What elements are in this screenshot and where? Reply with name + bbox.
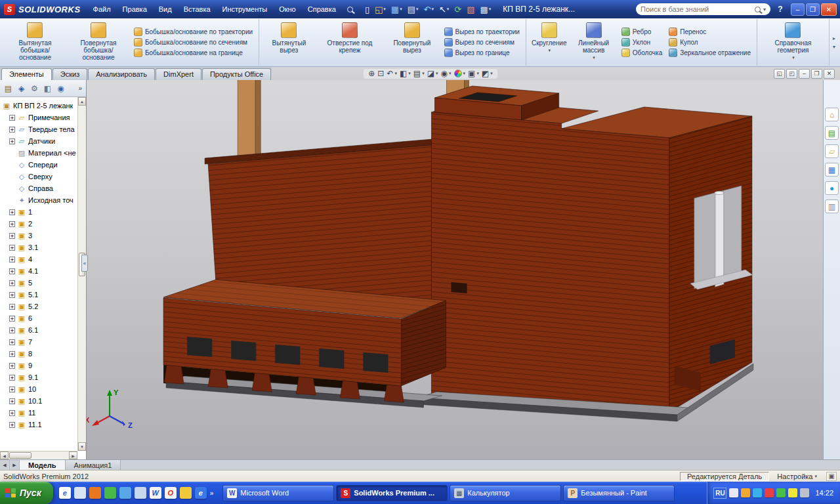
opera-icon[interactable]: O: [165, 487, 177, 499]
tree-item-23[interactable]: +▣9.1: [2, 371, 77, 383]
expand-icon[interactable]: +: [9, 387, 15, 392]
search-input[interactable]: [640, 5, 752, 13]
move-face-button[interactable]: Перенос: [669, 28, 751, 36]
undo-button[interactable]: ↶▾: [421, 2, 435, 16]
tree-item-26[interactable]: +▣11: [2, 407, 77, 419]
messenger-tray-icon[interactable]: [753, 488, 762, 497]
save-button[interactable]: ▦▾: [389, 2, 404, 16]
tree-item-21[interactable]: +▣8: [2, 348, 77, 360]
command-search-icon[interactable]: [342, 7, 358, 12]
expand-icon[interactable]: +: [9, 127, 15, 133]
tree-item-8[interactable]: ⌖Исходная точ: [2, 194, 77, 206]
tree-item-12[interactable]: +▣3.1: [2, 242, 77, 253]
reference-geometry-button[interactable]: Справочная геометрия▾: [760, 20, 826, 65]
zoom-fit-button[interactable]: ⊕: [368, 70, 375, 78]
tree-item-22[interactable]: +▣9: [2, 360, 77, 371]
restore-doc-button[interactable]: ❐: [811, 69, 822, 79]
previous-window-icon[interactable]: ◱: [774, 69, 785, 79]
hole-wizard-button[interactable]: Отверстие под крепеж: [316, 20, 384, 65]
expand-icon[interactable]: +: [9, 138, 15, 144]
view-orientation-button[interactable]: ▤▾: [413, 70, 425, 78]
tree-horizontal-scrollbar[interactable]: ◀ ▶: [0, 451, 77, 459]
graphics-viewport[interactable]: Y X Z: [87, 80, 823, 459]
extruded-cut-button[interactable]: Вытянутый вырез: [262, 20, 316, 65]
open-button[interactable]: ◱▾: [373, 2, 388, 16]
edit-appearance-button[interactable]: ▾: [454, 70, 466, 77]
minimize-button[interactable]: –: [791, 3, 805, 16]
tree-root-item[interactable]: ▣КП ВП 2-5 лежанк: [2, 100, 77, 112]
tree-item-27[interactable]: +▣11.1: [2, 419, 77, 430]
menu-edit[interactable]: Правка: [117, 0, 153, 18]
model-tabs-scroll-right-icon[interactable]: ▶: [10, 460, 20, 470]
revolved-cut-button[interactable]: Повернутый вырез: [383, 20, 440, 65]
start-button[interactable]: Пуск: [0, 482, 53, 504]
display-style-button[interactable]: ◪▾: [427, 70, 438, 78]
expand-icon[interactable]: +: [9, 209, 15, 215]
model-tabs-scroll-left-icon[interactable]: ◀: [0, 460, 10, 470]
expand-icon[interactable]: +: [9, 398, 15, 404]
tab-office-products[interactable]: Продукты Office: [202, 68, 271, 80]
scroll-right-icon[interactable]: ▶: [69, 452, 77, 459]
file-explorer-tab[interactable]: ▱: [825, 144, 839, 158]
scroll-down-icon[interactable]: ▼: [78, 442, 86, 451]
custom-properties-tab[interactable]: ▥: [825, 200, 839, 213]
tree-item-18[interactable]: +▣6: [2, 312, 77, 324]
taskbar-button-word[interactable]: WMicrosoft Word: [222, 485, 334, 501]
tree-tabs-overflow-icon[interactable]: »: [76, 85, 84, 92]
update-tray-icon[interactable]: [741, 488, 750, 497]
appearances-scenes-tab[interactable]: ●: [825, 181, 839, 195]
expand-icon[interactable]: +: [9, 280, 15, 286]
hide-show-items-button[interactable]: ◉▾: [441, 70, 452, 78]
tree-item-13[interactable]: +▣4: [2, 253, 77, 265]
tree-item-16[interactable]: +▣5.1: [2, 289, 77, 301]
expand-icon[interactable]: +: [9, 327, 15, 333]
panel-collapse-handle[interactable]: «: [81, 255, 88, 272]
tree-item-6[interactable]: ◇Сверху: [2, 171, 77, 182]
taskbar-button-solidworks[interactable]: SSolidWorks Premium ...: [336, 485, 448, 501]
expand-icon[interactable]: +: [9, 304, 15, 310]
select-button[interactable]: ↖▾: [437, 2, 451, 16]
extruded-boss-base-button[interactable]: Вытянутая бобышка/основание: [4, 20, 66, 65]
edit-color-button[interactable]: ▧: [465, 2, 476, 16]
search-dropdown-icon[interactable]: ▾: [763, 7, 766, 12]
language-indicator[interactable]: RU: [713, 488, 726, 499]
scroll-left-icon[interactable]: ◀: [0, 452, 9, 459]
tree-vertical-scrollbar[interactable]: ▲ ▼: [77, 97, 86, 451]
design-library-tab[interactable]: ▤: [825, 126, 839, 140]
swept-cut-button[interactable]: Вырез по траектории: [444, 28, 520, 36]
shell-button[interactable]: Оболочка: [621, 49, 663, 57]
outlook-icon[interactable]: [119, 487, 131, 499]
taskbar-button-paint[interactable]: PБезымянный - Paint: [563, 485, 675, 501]
tree-item-15[interactable]: +▣5: [2, 277, 77, 289]
expand-icon[interactable]: +: [9, 268, 15, 274]
expand-icon[interactable]: +: [9, 221, 15, 227]
previous-view-button[interactable]: ↶▾: [387, 70, 397, 78]
close-doc-button[interactable]: ✕: [824, 69, 835, 79]
usb-tray-icon[interactable]: [800, 488, 809, 497]
mirror-button[interactable]: Зеркальное отражение: [669, 49, 751, 57]
quick-launch-overflow-icon[interactable]: »: [210, 490, 214, 497]
my-computer-icon[interactable]: [135, 487, 146, 499]
tab-sketch[interactable]: Эскиз: [52, 68, 87, 80]
close-button[interactable]: ✕: [821, 3, 837, 16]
rebuild-button[interactable]: ⟳: [452, 2, 463, 16]
boundary-boss-base-button[interactable]: Бобышка/основание на границе: [134, 49, 253, 57]
image-viewer-icon[interactable]: [180, 487, 192, 499]
minimize-doc-button[interactable]: –: [799, 69, 810, 79]
menu-view[interactable]: Вид: [153, 0, 178, 18]
knowledge-search[interactable]: ▾: [636, 3, 770, 15]
expand-icon[interactable]: +: [9, 233, 15, 239]
expand-icon[interactable]: +: [9, 245, 15, 251]
msn-messenger-icon[interactable]: [104, 487, 116, 499]
model-3d[interactable]: Y X Z: [87, 80, 823, 459]
print-button[interactable]: ▤▾: [406, 2, 421, 16]
fillet-button[interactable]: Скругление▾: [529, 20, 570, 65]
expand-icon[interactable]: +: [9, 375, 15, 381]
expand-icon[interactable]: +: [9, 115, 15, 121]
swept-boss-base-button[interactable]: Бобышка/основание по траектории: [134, 28, 253, 36]
tree-item-17[interactable]: +▣5.2: [2, 301, 77, 312]
antivirus-tray-icon[interactable]: [765, 488, 774, 497]
maximize-button[interactable]: ❐: [806, 3, 820, 16]
tree-item-4[interactable]: ▨Материал <не: [2, 147, 77, 159]
tree-item-20[interactable]: +▣7: [2, 336, 77, 348]
